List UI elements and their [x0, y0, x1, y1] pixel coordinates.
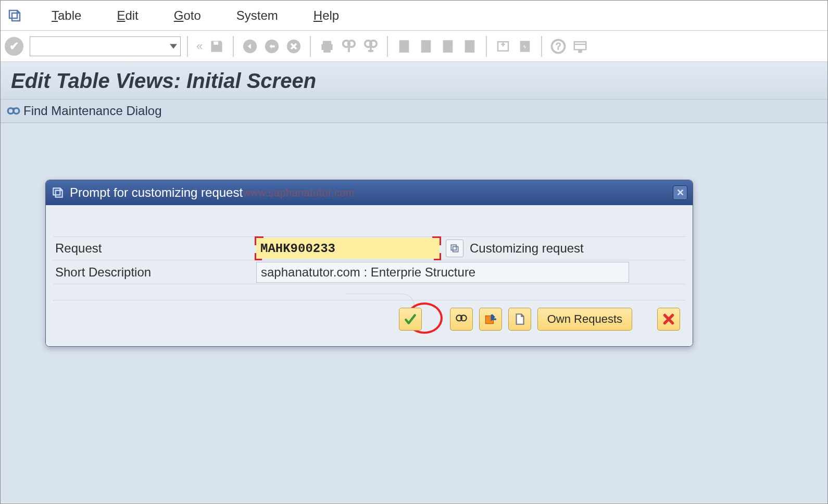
cancel-icon[interactable] [284, 36, 304, 56]
layout-icon[interactable] [570, 36, 590, 56]
menu-system[interactable]: System [224, 5, 291, 26]
back-icon[interactable] [240, 36, 260, 56]
request-input-wrap [256, 238, 440, 259]
standard-toolbar: ✔ « [1, 31, 827, 62]
binoculars-icon [7, 104, 20, 118]
sap-gui-window: Table Edit Goto System Help ✔ « [0, 0, 828, 504]
next-page-icon[interactable] [438, 36, 458, 56]
work-area: Prompt for customizing request www.sapha… [1, 123, 827, 503]
dialog-body: Request Customizing request Short Descri… [46, 205, 693, 346]
menu-edit[interactable]: Edit [104, 5, 150, 26]
svg-rect-12 [453, 247, 458, 252]
menu-help[interactable]: Help [301, 5, 352, 26]
continue-button[interactable] [399, 308, 422, 331]
sap-dialog-icon [51, 186, 65, 199]
page-title: Edit Table Views: Initial Screen [11, 69, 817, 93]
dialog-titlebar: Prompt for customizing request www.sapha… [46, 180, 693, 205]
shortcut-icon[interactable] [515, 36, 535, 56]
toolbar-separator [541, 36, 542, 57]
menu-bar: Table Edit Goto System Help [1, 1, 827, 31]
customizing-request-dialog: Prompt for customizing request www.sapha… [45, 180, 693, 347]
find-icon[interactable] [339, 36, 359, 56]
save-icon[interactable] [207, 36, 227, 56]
svg-rect-11 [451, 245, 456, 250]
dialog-close-button[interactable]: ✕ [673, 185, 687, 200]
toolbar-separator [233, 36, 234, 57]
watermark-text: www.saphanatutor.com [243, 187, 355, 199]
short-description-input[interactable] [256, 262, 629, 283]
last-page-icon[interactable] [460, 36, 480, 56]
menu-table[interactable]: Table [39, 5, 94, 26]
request-f4-button[interactable] [446, 240, 463, 257]
first-page-icon[interactable] [394, 36, 414, 56]
request-input[interactable] [256, 238, 440, 259]
exit-icon[interactable] [262, 36, 282, 56]
chevron-left-icon: « [196, 40, 203, 53]
dropdown-arrow-icon [170, 44, 177, 48]
svg-point-6 [370, 40, 377, 47]
help-icon[interactable]: ? [548, 36, 568, 56]
svg-point-4 [348, 40, 355, 47]
application-toolbar: Find Maintenance Dialog [1, 99, 827, 123]
menu-goto[interactable]: Goto [161, 5, 214, 26]
new-document-button[interactable] [508, 308, 531, 331]
display-button[interactable] [450, 308, 473, 331]
find-maintenance-dialog-button[interactable]: Find Maintenance Dialog [23, 104, 162, 118]
toolbar-separator [387, 36, 388, 57]
request-label: Request [53, 241, 256, 256]
dialog-footer: Own Requests [53, 300, 685, 336]
svg-text:?: ? [556, 41, 561, 52]
command-field[interactable] [30, 36, 181, 56]
short-description-label: Short Description [53, 265, 256, 280]
toolbar-separator [187, 36, 188, 57]
find-next-icon[interactable] [361, 36, 381, 56]
prev-page-icon[interactable] [416, 36, 436, 56]
sap-menu-icon[interactable] [6, 7, 23, 24]
enter-button[interactable]: ✔ [5, 37, 23, 56]
request-type-label: Customizing request [470, 241, 584, 256]
toolbar-separator [310, 36, 311, 57]
create-request-button[interactable] [479, 308, 502, 331]
new-session-icon[interactable] [493, 36, 513, 56]
toolbar-separator [486, 36, 487, 57]
print-icon[interactable] [317, 36, 337, 56]
title-area: Edit Table Views: Initial Screen [1, 62, 827, 99]
dialog-title: Prompt for customizing request [70, 185, 243, 200]
cancel-button[interactable] [657, 308, 680, 331]
own-requests-button[interactable]: Own Requests [537, 308, 632, 331]
